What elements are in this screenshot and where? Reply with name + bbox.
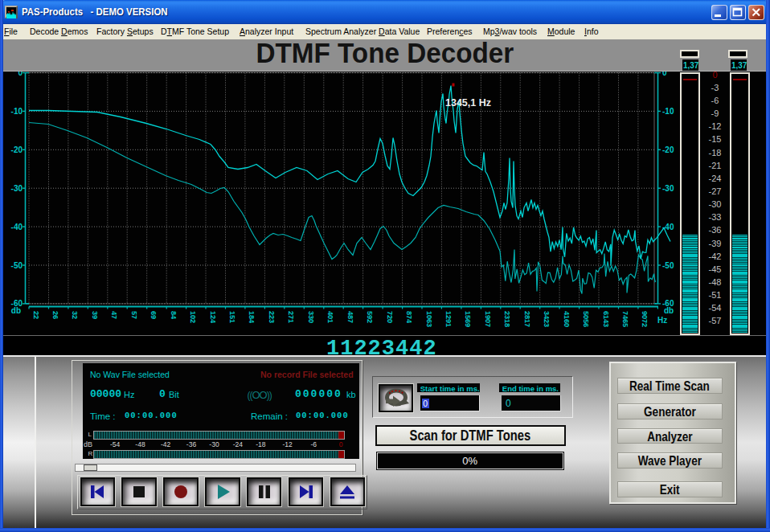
svg-text:69: 69 xyxy=(149,311,158,319)
svg-text:1063: 1063 xyxy=(425,311,433,327)
svg-text:22: 22 xyxy=(32,311,40,319)
svg-text:-20: -20 xyxy=(11,145,23,153)
svg-text:-30: -30 xyxy=(11,183,23,192)
svg-text:184: 184 xyxy=(248,311,256,323)
svg-text:271: 271 xyxy=(287,311,295,323)
svg-text:151: 151 xyxy=(228,311,236,323)
svg-text:-40: -40 xyxy=(11,222,23,231)
svg-text:Hz: Hz xyxy=(657,315,667,324)
svg-text:-30: -30 xyxy=(662,183,674,192)
svg-text:47: 47 xyxy=(110,311,118,319)
svg-text:57: 57 xyxy=(130,311,138,319)
svg-text:0: 0 xyxy=(662,72,667,77)
svg-text:0: 0 xyxy=(18,72,23,77)
svg-text:2318: 2318 xyxy=(503,311,511,327)
svg-text:401: 401 xyxy=(326,311,334,323)
svg-text:592: 592 xyxy=(366,311,374,323)
svg-text:-10: -10 xyxy=(11,106,23,115)
svg-text:-40: -40 xyxy=(662,222,674,231)
svg-text:1569: 1569 xyxy=(464,311,472,327)
svg-text:84: 84 xyxy=(170,311,178,319)
svg-text:223: 223 xyxy=(268,311,276,323)
svg-text:1291: 1291 xyxy=(444,311,453,327)
svg-text:2817: 2817 xyxy=(523,311,531,327)
svg-text:6143: 6143 xyxy=(602,311,610,327)
svg-text:3423: 3423 xyxy=(543,311,551,327)
svg-text:5056: 5056 xyxy=(582,311,590,327)
svg-text:-20: -20 xyxy=(662,145,674,153)
svg-text:102: 102 xyxy=(189,311,197,323)
svg-text:db: db xyxy=(11,306,21,315)
svg-text:39: 39 xyxy=(91,311,99,319)
svg-text:32: 32 xyxy=(71,311,79,319)
svg-text:-50: -50 xyxy=(11,260,23,269)
svg-text:874: 874 xyxy=(405,311,413,323)
svg-text:330: 330 xyxy=(307,311,315,323)
svg-text:-10: -10 xyxy=(662,106,674,115)
svg-text:26: 26 xyxy=(51,311,59,319)
svg-text:1907: 1907 xyxy=(484,311,492,327)
svg-text:-50: -50 xyxy=(662,260,674,269)
svg-text:720: 720 xyxy=(386,311,394,323)
svg-text:124: 124 xyxy=(209,311,217,323)
svg-text:1345,1 Hz: 1345,1 Hz xyxy=(445,96,491,108)
svg-text:487: 487 xyxy=(346,311,354,323)
svg-text:9072: 9072 xyxy=(641,311,649,327)
svg-text:4160: 4160 xyxy=(563,311,571,327)
svg-text:db: db xyxy=(664,306,674,315)
svg-text:7465: 7465 xyxy=(621,311,629,327)
